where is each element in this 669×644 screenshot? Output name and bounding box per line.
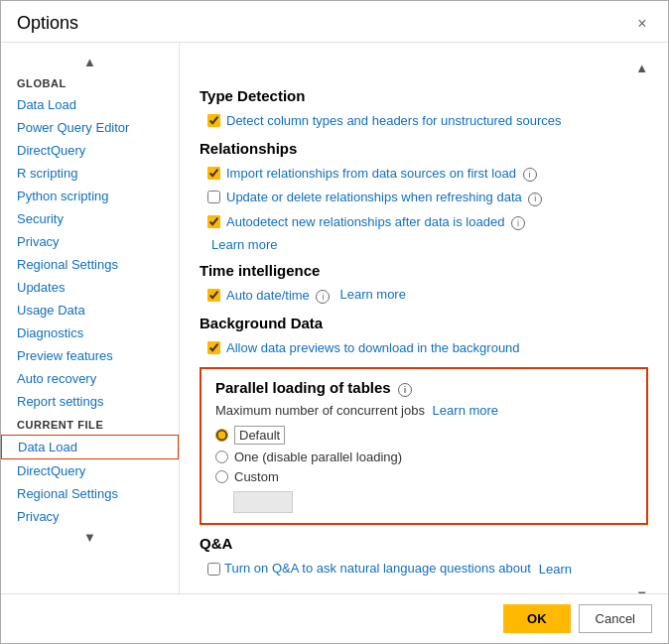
info-icon-2[interactable]: i bbox=[528, 193, 542, 206]
global-section-label: GLOBAL bbox=[1, 71, 179, 93]
dialog-body: ▲ GLOBAL Data Load Power Query Editor Di… bbox=[1, 43, 668, 593]
type-detection-title: Type Detection bbox=[200, 87, 648, 104]
sidebar-item-r-scripting[interactable]: R scripting bbox=[1, 162, 179, 185]
relationships-label1: Import relationships from data sources o… bbox=[226, 165, 537, 183]
sidebar-item-auto-recovery[interactable]: Auto recovery bbox=[1, 367, 179, 390]
radio-default-row: Default bbox=[215, 426, 632, 445]
sidebar-item-data-load-current[interactable]: Data Load bbox=[1, 435, 179, 459]
sidebar-item-directquery-global[interactable]: DirectQuery bbox=[1, 139, 179, 162]
dialog-header: Options × bbox=[1, 1, 668, 43]
radio-custom-row: Custom bbox=[215, 469, 632, 484]
close-button[interactable]: × bbox=[632, 14, 652, 34]
sidebar-item-data-load-global[interactable]: Data Load bbox=[1, 93, 179, 116]
parallel-learn-more[interactable]: Learn more bbox=[433, 403, 498, 418]
relationships-row1: Import relationships from data sources o… bbox=[200, 165, 648, 183]
sidebar-item-privacy-current[interactable]: Privacy bbox=[1, 505, 179, 528]
relationships-label2: Update or delete relationships when refr… bbox=[226, 189, 542, 206]
sidebar-item-updates[interactable]: Updates bbox=[1, 276, 179, 299]
time-intelligence-title: Time intelligence bbox=[200, 262, 648, 279]
qna-row: Turn on Q&A to ask natural language ques… bbox=[200, 560, 648, 578]
relationships-row3: Autodetect new relationships after data … bbox=[200, 213, 648, 231]
radio-default-label: Default bbox=[234, 426, 285, 445]
type-detection-row: Detect column types and headers for unst… bbox=[200, 112, 648, 130]
relationships-checkbox3[interactable] bbox=[207, 215, 220, 228]
relationships-checkbox2[interactable] bbox=[207, 191, 220, 203]
background-data-checkbox[interactable] bbox=[207, 341, 220, 354]
info-icon-4[interactable]: i bbox=[316, 290, 330, 304]
radio-custom[interactable] bbox=[215, 470, 228, 483]
radio-one[interactable] bbox=[215, 451, 228, 463]
parallel-loading-subtitle: Maximum number of concurrent jobs Learn … bbox=[215, 403, 632, 418]
relationships-learn-more-link[interactable]: Learn more bbox=[211, 237, 277, 252]
type-detection-checkbox[interactable] bbox=[207, 114, 220, 127]
time-intelligence-learn-more[interactable]: Learn more bbox=[339, 287, 405, 302]
current-file-section-label: CURRENT FILE bbox=[1, 413, 179, 435]
options-dialog: Options × ▲ GLOBAL Data Load Power Query… bbox=[0, 0, 669, 644]
sidebar-scroll-down[interactable]: ▼ bbox=[1, 528, 179, 547]
background-data-label: Allow data previews to download in the b… bbox=[226, 339, 520, 357]
sidebar-item-usage-data[interactable]: Usage Data bbox=[1, 299, 179, 322]
radio-one-label: One (disable parallel loading) bbox=[234, 450, 402, 464]
radio-default[interactable] bbox=[215, 429, 228, 442]
type-detection-label: Detect column types and headers for unst… bbox=[226, 112, 561, 130]
sidebar-item-regional-settings-current[interactable]: Regional Settings bbox=[1, 482, 179, 505]
dialog-footer: OK Cancel bbox=[1, 593, 668, 643]
sidebar-item-report-settings[interactable]: Report settings bbox=[1, 390, 179, 413]
relationships-title: Relationships bbox=[200, 140, 648, 157]
parallel-loading-title: Parallel loading of tables i bbox=[215, 379, 632, 397]
time-intelligence-checkbox[interactable] bbox=[207, 289, 220, 302]
radio-custom-label: Custom bbox=[234, 469, 279, 484]
sidebar-item-power-query[interactable]: Power Query Editor bbox=[1, 116, 179, 139]
time-intelligence-row: Auto date/time i Learn more bbox=[200, 287, 648, 305]
content-scroll-up[interactable]: ▲ bbox=[200, 59, 648, 77]
cancel-button[interactable]: Cancel bbox=[579, 604, 652, 633]
time-intelligence-label: Auto date/time i bbox=[226, 287, 330, 305]
content-scroll-down[interactable]: ▼ bbox=[200, 585, 648, 593]
info-icon-1[interactable]: i bbox=[523, 168, 537, 182]
content-area: ▲ Type Detection Detect column types and… bbox=[180, 43, 668, 593]
sidebar: ▲ GLOBAL Data Load Power Query Editor Di… bbox=[1, 43, 180, 593]
custom-input[interactable] bbox=[233, 491, 293, 513]
qna-label: Turn on Q&A to ask natural language ques… bbox=[224, 560, 531, 578]
qna-title: Q&A bbox=[200, 535, 648, 552]
info-icon-3[interactable]: i bbox=[511, 216, 525, 230]
sidebar-item-preview-features[interactable]: Preview features bbox=[1, 344, 179, 367]
relationships-checkbox1[interactable] bbox=[207, 167, 220, 180]
qna-learn-more[interactable]: Learn bbox=[539, 562, 572, 577]
qna-checkbox[interactable] bbox=[207, 563, 220, 576]
background-data-title: Background Data bbox=[200, 315, 648, 331]
sidebar-scroll-up[interactable]: ▲ bbox=[1, 53, 179, 71]
info-icon-5[interactable]: i bbox=[398, 383, 412, 397]
parallel-loading-box: Parallel loading of tables i Maximum num… bbox=[200, 367, 648, 525]
sidebar-item-regional-settings-global[interactable]: Regional Settings bbox=[1, 253, 179, 276]
dialog-title: Options bbox=[17, 13, 78, 34]
background-data-row: Allow data previews to download in the b… bbox=[200, 339, 648, 357]
sidebar-item-diagnostics[interactable]: Diagnostics bbox=[1, 322, 179, 344]
relationships-row2: Update or delete relationships when refr… bbox=[200, 189, 648, 206]
sidebar-item-privacy-global[interactable]: Privacy bbox=[1, 230, 179, 253]
sidebar-item-security[interactable]: Security bbox=[1, 207, 179, 230]
relationships-label3: Autodetect new relationships after data … bbox=[226, 213, 525, 231]
relationships-learn-more: Learn more bbox=[200, 237, 648, 252]
ok-button[interactable]: OK bbox=[503, 604, 571, 633]
sidebar-item-directquery-current[interactable]: DirectQuery bbox=[1, 459, 179, 482]
sidebar-item-python-scripting[interactable]: Python scripting bbox=[1, 185, 179, 207]
radio-one-row: One (disable parallel loading) bbox=[215, 450, 632, 464]
